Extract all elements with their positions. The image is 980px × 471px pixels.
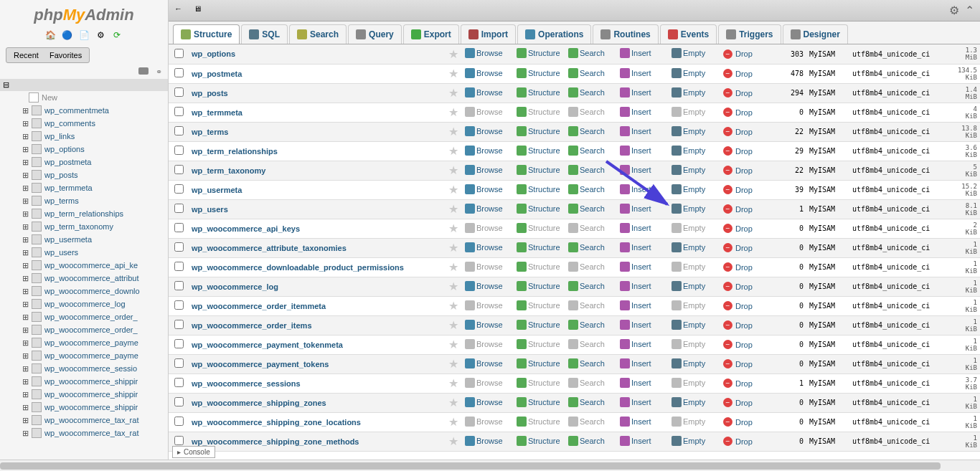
- table-name[interactable]: wp_woocommerce_shipping_zones: [189, 393, 445, 412]
- expand-icon[interactable]: ⊞: [20, 145, 30, 154]
- search-link[interactable]: Search: [568, 204, 605, 214]
- expand-icon[interactable]: ⊞: [20, 416, 30, 425]
- tree-table[interactable]: ⊞wp_term_taxonomy: [0, 220, 168, 233]
- table-name[interactable]: wp_woocommerce_attribute_taxonomies: [189, 238, 445, 257]
- row-checkbox[interactable]: [174, 68, 184, 77]
- structure-link[interactable]: Structure: [517, 184, 560, 194]
- drop-link[interactable]: −Drop: [723, 69, 753, 78]
- expand-icon[interactable]: ⊞: [20, 235, 30, 244]
- tree-database-root[interactable]: ⊟: [0, 79, 168, 91]
- table-name[interactable]: wp_woocommerce_sessions: [189, 374, 445, 393]
- table-name[interactable]: wp_term_relationships: [189, 141, 445, 161]
- browse-link[interactable]: Browse: [465, 397, 503, 407]
- tree-table[interactable]: ⊞wp_terms: [0, 194, 168, 207]
- tree-table[interactable]: ⊞wp_options: [0, 143, 168, 156]
- browse-link[interactable]: Browse: [465, 68, 503, 78]
- structure-link[interactable]: Structure: [517, 417, 560, 427]
- empty-link[interactable]: Empty: [672, 48, 705, 58]
- row-checkbox[interactable]: [174, 397, 184, 406]
- structure-link[interactable]: Structure: [517, 87, 560, 97]
- structure-link[interactable]: Structure: [517, 262, 560, 272]
- search-link[interactable]: Search: [568, 165, 605, 175]
- tab-designer[interactable]: Designer: [783, 24, 848, 44]
- row-checkbox[interactable]: [174, 262, 184, 271]
- structure-link[interactable]: Structure: [517, 378, 560, 388]
- tab-routines[interactable]: Routines: [593, 24, 658, 44]
- drop-link[interactable]: −Drop: [723, 166, 753, 175]
- drop-link[interactable]: −Drop: [723, 320, 753, 330]
- logout-icon[interactable]: 🔵: [62, 30, 73, 42]
- reload-icon[interactable]: ⟳: [111, 30, 123, 42]
- drop-link[interactable]: −Drop: [723, 262, 753, 272]
- insert-link[interactable]: Insert: [620, 300, 651, 310]
- search-link[interactable]: Search: [568, 184, 605, 194]
- structure-link[interactable]: Structure: [517, 300, 560, 310]
- empty-link[interactable]: Empty: [672, 320, 705, 330]
- empty-link[interactable]: Empty: [672, 87, 705, 97]
- expand-icon[interactable]: ⊞: [20, 171, 30, 180]
- table-name[interactable]: wp_users: [189, 199, 445, 219]
- expand-icon[interactable]: ⊞: [20, 377, 30, 386]
- row-checkbox[interactable]: [174, 320, 184, 329]
- expand-icon[interactable]: ⊞: [20, 338, 30, 348]
- table-name[interactable]: wp_postmeta: [189, 64, 445, 83]
- structure-link[interactable]: Structure: [517, 242, 560, 252]
- insert-link[interactable]: Insert: [620, 48, 651, 58]
- search-link[interactable]: Search: [568, 87, 605, 97]
- insert-link[interactable]: Insert: [620, 68, 651, 78]
- search-link[interactable]: Search: [568, 262, 605, 272]
- drop-link[interactable]: −Drop: [723, 379, 753, 388]
- drop-link[interactable]: −Drop: [723, 359, 753, 368]
- favorite-star-icon[interactable]: ★: [445, 354, 462, 374]
- insert-link[interactable]: Insert: [620, 339, 651, 349]
- browse-link[interactable]: Browse: [465, 223, 503, 233]
- insert-link[interactable]: Insert: [620, 358, 651, 368]
- favorite-star-icon[interactable]: ★: [445, 44, 462, 64]
- favorite-star-icon[interactable]: ★: [445, 432, 462, 451]
- tree-table[interactable]: ⊞wp_woocommerce_payme: [0, 349, 168, 362]
- tab-operations[interactable]: Operations: [517, 24, 591, 44]
- empty-link[interactable]: Empty: [672, 126, 705, 136]
- insert-link[interactable]: Insert: [620, 87, 651, 97]
- tree-table[interactable]: ⊞wp_comments: [0, 117, 168, 130]
- table-name[interactable]: wp_woocommerce_log: [189, 277, 445, 296]
- browse-link[interactable]: Browse: [465, 48, 503, 58]
- search-link[interactable]: Search: [568, 339, 605, 349]
- favorite-star-icon[interactable]: ★: [445, 393, 462, 412]
- drop-link[interactable]: −Drop: [723, 224, 753, 233]
- insert-link[interactable]: Insert: [620, 417, 651, 427]
- table-name[interactable]: wp_posts: [189, 83, 445, 103]
- favorite-star-icon[interactable]: ★: [445, 257, 462, 277]
- tree-table[interactable]: ⊞wp_users: [0, 246, 168, 259]
- search-link[interactable]: Search: [568, 146, 605, 156]
- docs-icon[interactable]: 📄: [78, 30, 90, 42]
- drop-link[interactable]: −Drop: [723, 437, 753, 446]
- search-link[interactable]: Search: [568, 397, 605, 407]
- empty-link[interactable]: Empty: [672, 262, 705, 272]
- search-link[interactable]: Search: [568, 436, 605, 446]
- insert-link[interactable]: Insert: [620, 242, 651, 252]
- console-toggle[interactable]: Console: [172, 446, 215, 458]
- server-icon[interactable]: 🖥: [194, 4, 207, 17]
- browse-link[interactable]: Browse: [465, 300, 503, 310]
- search-link[interactable]: Search: [568, 281, 605, 291]
- expand-icon[interactable]: ⊞: [20, 184, 30, 193]
- tree-table[interactable]: ⊞wp_woocommerce_api_ke: [0, 259, 168, 272]
- collapse-icon[interactable]: [138, 67, 149, 75]
- drop-link[interactable]: −Drop: [723, 398, 753, 407]
- tree-table[interactable]: ⊞wp_woocommerce_tax_rat: [0, 427, 168, 439]
- expand-icon[interactable]: ⊞: [20, 364, 30, 374]
- favorite-star-icon[interactable]: ★: [445, 238, 462, 257]
- favorite-star-icon[interactable]: ★: [445, 374, 462, 393]
- table-name[interactable]: wp_woocommerce_downloadable_product_perm…: [189, 257, 445, 277]
- expand-icon[interactable]: ⊞: [20, 287, 30, 296]
- empty-link[interactable]: Empty: [672, 68, 705, 78]
- search-link[interactable]: Search: [568, 223, 605, 233]
- home-icon[interactable]: 🏠: [45, 30, 57, 42]
- expand-icon[interactable]: ⊞: [20, 132, 30, 141]
- expand-icon[interactable]: ⊞: [20, 196, 30, 206]
- browse-link[interactable]: Browse: [465, 204, 503, 214]
- horizontal-scrollbar[interactable]: [0, 460, 980, 471]
- expand-icon[interactable]: ⊞: [20, 300, 30, 309]
- empty-link[interactable]: Empty: [672, 184, 705, 194]
